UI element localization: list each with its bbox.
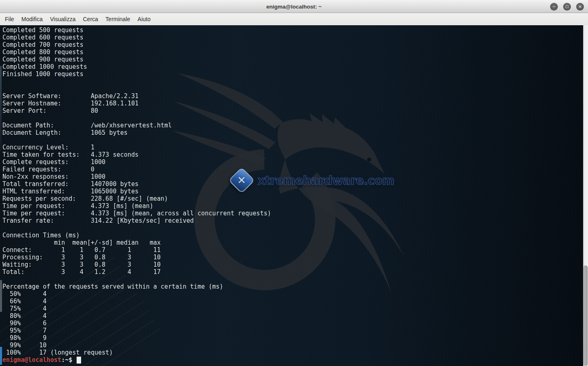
window-title: enigma@localhost: ~ <box>0 0 588 13</box>
scrollbar[interactable] <box>583 25 588 366</box>
minimize-button[interactable]: − <box>550 3 558 11</box>
menu-modifica[interactable]: Modifica <box>18 13 46 25</box>
window-controls: − □ ✕ <box>550 0 584 13</box>
terminal-output: Completed 500 requests Completed 600 req… <box>2 26 573 356</box>
maximize-button[interactable]: □ <box>563 3 571 11</box>
terminal-cursor <box>77 357 81 364</box>
menu-visualizza[interactable]: Visualizza <box>46 13 79 25</box>
minimize-icon: − <box>552 3 555 11</box>
prompt-user-host: enigma@localhost <box>2 356 62 364</box>
menu-file[interactable]: File <box>1 13 18 25</box>
close-button[interactable]: ✕ <box>576 3 584 11</box>
terminal-screen[interactable]: ✕ xtremehardware.com Completed 500 reque… <box>0 25 583 366</box>
prompt-suffix: :~$ <box>62 356 76 364</box>
maximize-icon: □ <box>565 3 569 11</box>
menu-terminale[interactable]: Terminale <box>102 13 134 25</box>
prompt-line: enigma@localhost:~$ <box>2 356 573 364</box>
scrollbar-thumb[interactable] <box>584 265 588 366</box>
menu-aiuto[interactable]: Aiuto <box>134 13 154 25</box>
titlebar[interactable]: enigma@localhost: ~ − □ ✕ <box>0 0 588 13</box>
wallpaper-edge-light <box>0 66 2 151</box>
menu-cerca[interactable]: Cerca <box>79 13 101 25</box>
menubar: File Modifica Visualizza Cerca Terminale… <box>0 13 588 25</box>
terminal-content: Completed 500 requests Completed 600 req… <box>2 26 573 364</box>
close-icon: ✕ <box>578 3 581 11</box>
terminal-window: enigma@localhost: ~ − □ ✕ File Modifica … <box>0 0 588 366</box>
wallpaper-edge-gray <box>0 280 2 312</box>
